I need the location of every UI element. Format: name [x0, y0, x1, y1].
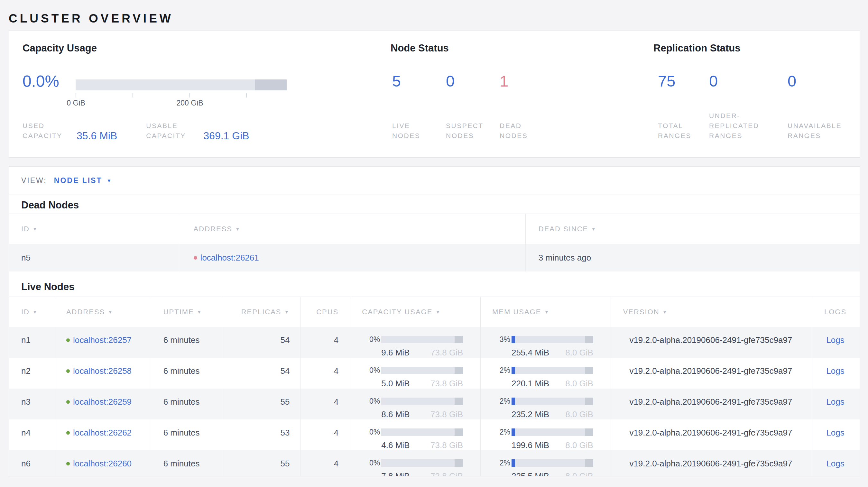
sort-icon: ▼ — [32, 309, 38, 315]
node-address-link[interactable]: localhost:26258 — [73, 365, 132, 376]
node-address-link[interactable]: localhost:26257 — [73, 334, 132, 346]
mem-total-value: 8.0 GiB — [565, 348, 593, 357]
capacity-usage-cell: 0% 5.0 MiB 73.8 GiB — [350, 358, 480, 389]
column-header-uptime[interactable]: UPTIME▼ — [151, 297, 222, 327]
column-header-capacity-usage[interactable]: CAPACITY USAGE▼ — [350, 297, 480, 327]
capacity-total-value: 73.8 GiB — [430, 441, 463, 450]
logs-cell: Logs — [811, 389, 860, 419]
logs-link[interactable]: Logs — [826, 459, 844, 468]
cpus-cell: 4 — [301, 450, 350, 476]
chevron-down-icon[interactable]: ▼ — [106, 178, 111, 183]
capacity-bar — [75, 79, 287, 90]
node-address-cell: localhost:26258 — [55, 358, 151, 389]
live-node-row: n2 localhost:26258 6 minutes 54 4 0% 5.0… — [9, 358, 860, 389]
cpus-cell: 4 — [301, 327, 350, 358]
capacity-usage-cell: 0% 4.6 MiB 73.8 GiB — [350, 419, 480, 450]
mem-usage-cell: 3% 255.4 MiB 8.0 GiB — [480, 327, 611, 358]
column-header-cpus[interactable]: CPUS — [301, 297, 350, 327]
column-header-id[interactable]: ID▼ — [9, 297, 55, 327]
mem-total-value: 8.0 GiB — [565, 379, 593, 388]
node-address-link[interactable]: localhost:26262 — [73, 427, 132, 438]
capacity-used-value: 7.8 MiB — [381, 471, 409, 476]
page-title: CLUSTER OVERVIEW — [9, 12, 174, 25]
column-header-id[interactable]: ID▼ — [9, 214, 180, 244]
dead-nodes-table-header: ID▼ ADDRESS▼ DEAD SINCE▼ — [9, 214, 860, 244]
version-cell: v19.2.0-alpha.20190606-2491-gfe735c9a97 — [611, 358, 811, 389]
logs-cell: Logs — [811, 358, 860, 389]
mem-used-value: 235.2 MiB — [512, 410, 549, 419]
mem-usage-cell: 2% 199.6 MiB 8.0 GiB — [480, 419, 611, 450]
live-status-icon — [66, 369, 70, 373]
live-nodes-heading: Live Nodes — [9, 271, 860, 297]
version-cell: v19.2.0-alpha.20190606-2491-gfe735c9a97 — [611, 389, 811, 419]
dead-nodes-table-body: n5 localhost:26261 3 minutes ago — [9, 244, 860, 271]
logs-link[interactable]: Logs — [826, 335, 844, 345]
capacity-used-value: 4.6 MiB — [381, 441, 409, 450]
mem-usage-bar — [512, 367, 593, 374]
sort-icon: ▼ — [591, 226, 596, 232]
capacity-usage-bar — [381, 397, 463, 405]
node-id-cell: n1 — [9, 327, 55, 358]
capacity-bar-dark — [255, 79, 287, 90]
sort-icon: ▼ — [284, 309, 289, 315]
column-header-logs: LOGS — [811, 297, 860, 327]
usable-capacity-label: USABLE CAPACITY — [146, 121, 197, 140]
version-cell: v19.2.0-alpha.20190606-2491-gfe735c9a97 — [611, 327, 811, 358]
column-header-address[interactable]: ADDRESS▼ — [55, 297, 151, 327]
dead-status-icon — [194, 256, 197, 260]
suspect-nodes-label: SUSPECT NODES — [446, 121, 488, 140]
mem-total-value: 8.0 GiB — [565, 410, 593, 419]
live-node-row: n6 localhost:26260 6 minutes 55 4 0% 7.8… — [9, 450, 860, 476]
capacity-total-value: 73.8 GiB — [430, 471, 463, 476]
view-selector-bar: VIEW: NODE LIST ▼ — [9, 167, 860, 195]
capacity-percent-label: 0% — [359, 396, 380, 407]
dead-node-row: n5 localhost:26261 3 minutes ago — [9, 244, 860, 271]
node-address-link[interactable]: localhost:26260 — [73, 458, 132, 469]
uptime-cell: 6 minutes — [151, 358, 222, 389]
dead-nodes-label: DEAD NODES — [500, 121, 541, 140]
capacity-usage-bar — [381, 367, 463, 374]
logs-link[interactable]: Logs — [826, 397, 844, 407]
column-header-replicas[interactable]: REPLICAS▼ — [222, 297, 301, 327]
node-status-heading: Node Status — [391, 42, 449, 54]
mem-percent-label: 2% — [489, 396, 510, 407]
mem-usage-cell: 2% 235.2 MiB 8.0 GiB — [480, 389, 611, 419]
logs-link[interactable]: Logs — [826, 366, 844, 376]
used-capacity-label: USED CAPACITY — [23, 121, 71, 140]
logs-cell: Logs — [811, 327, 860, 358]
mem-total-value: 8.0 GiB — [565, 441, 593, 450]
node-status-values: 5 0 1 — [392, 72, 553, 90]
node-address-cell: localhost:26259 — [55, 389, 151, 419]
dead-since-cell: 3 minutes ago — [526, 244, 860, 271]
node-address-link[interactable]: localhost:26261 — [200, 253, 259, 263]
node-id-cell: n2 — [9, 358, 55, 389]
mem-usage-bar — [512, 397, 593, 405]
capacity-percent-label: 0% — [359, 457, 380, 468]
cluster-summary-card: Capacity Usage 0.0% 0 GiB 200 GiB USED C… — [9, 31, 860, 158]
column-header-address[interactable]: ADDRESS▼ — [180, 214, 526, 244]
column-header-mem-usage[interactable]: MEM USAGE▼ — [480, 297, 611, 327]
node-address-link[interactable]: localhost:26259 — [73, 396, 132, 407]
capacity-axis-labels: 0 GiB 200 GiB — [75, 99, 287, 108]
unavailable-label: UNAVAILABLE RANGES — [787, 121, 862, 140]
mem-usage-cell: 2% 220.1 MiB 8.0 GiB — [480, 358, 611, 389]
capacity-percent-label: 0% — [359, 426, 380, 437]
logs-link[interactable]: Logs — [826, 428, 844, 437]
uptime-cell: 6 minutes — [151, 389, 222, 419]
uptime-cell: 6 minutes — [151, 419, 222, 450]
mem-used-value: 225.5 MiB — [512, 471, 549, 476]
suspect-nodes-count: 0 — [446, 72, 500, 90]
node-id-cell: n3 — [9, 389, 55, 419]
mem-usage-cell: 2% 225.5 MiB 8.0 GiB — [480, 450, 611, 476]
live-nodes-table-header: ID▼ ADDRESS▼ UPTIME▼ REPLICAS▼ CPUS CAPA… — [9, 297, 860, 327]
dead-nodes-count: 1 — [500, 72, 553, 90]
capacity-stats: USED CAPACITY 35.6 MiB USABLE CAPACITY 3… — [23, 110, 249, 140]
cpus-cell: 4 — [301, 358, 350, 389]
column-header-version[interactable]: VERSION▼ — [611, 297, 811, 327]
logs-cell: Logs — [811, 419, 860, 450]
cpus-cell: 4 — [301, 389, 350, 419]
uptime-cell: 6 minutes — [151, 327, 222, 358]
column-header-dead-since[interactable]: DEAD SINCE▼ — [526, 214, 860, 244]
node-id-cell: n4 — [9, 419, 55, 450]
view-dropdown[interactable]: NODE LIST — [54, 176, 102, 185]
